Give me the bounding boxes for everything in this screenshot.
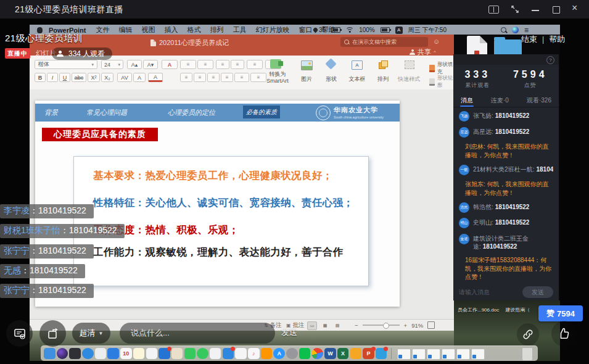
slide-sorter-view-button[interactable]: ▦ xyxy=(321,322,329,329)
numbering-button[interactable]: ≡ xyxy=(197,60,213,69)
menu-clock[interactable]: 周三 下午7:50 xyxy=(408,26,447,35)
textbox-button[interactable]: 文本框 xyxy=(344,75,370,83)
columns-button[interactable]: ≡ xyxy=(234,73,249,82)
dock-minimized-doc[interactable] xyxy=(456,349,470,360)
menu-item-tools[interactable]: 工具 xyxy=(233,25,247,35)
zoom-in-button[interactable]: + xyxy=(404,322,408,329)
font-color-button[interactable]: A xyxy=(148,73,163,82)
dock-icon-sketch[interactable] xyxy=(171,348,183,360)
dock-icon-facetime[interactable] xyxy=(197,348,208,360)
siri-icon[interactable] xyxy=(512,27,519,33)
shape-fill-button[interactable]: 形状填充 xyxy=(429,61,454,76)
arrange-button[interactable]: 排列 xyxy=(371,75,395,83)
spotlight-search-icon[interactable] xyxy=(501,27,506,33)
dock-icon-messages[interactable] xyxy=(184,348,196,360)
dock-icon-docs[interactable] xyxy=(159,348,170,360)
normal-view-button[interactable]: ▭ xyxy=(307,321,317,330)
dock-icon-chrome[interactable] xyxy=(311,348,323,360)
trash-icon[interactable] xyxy=(522,347,533,361)
dock-minimized-doc[interactable] xyxy=(442,349,455,360)
tab-mic-connect[interactable]: 连麦·0 xyxy=(491,94,509,107)
collapse-ribbon-icon[interactable]: ^ xyxy=(434,49,436,55)
avatar[interactable]: 金途 xyxy=(459,234,469,244)
ppt-search-box[interactable]: 在演示文稿中搜索 xyxy=(340,37,428,47)
underline-button[interactable]: U xyxy=(59,73,70,82)
quick-styles-button[interactable]: 快速样式 xyxy=(395,75,423,83)
input-method-badge[interactable]: A xyxy=(395,27,403,34)
dock-icon-launchpad[interactable] xyxy=(69,348,81,360)
like-button[interactable] xyxy=(551,321,577,347)
fit-to-window-icon[interactable] xyxy=(427,321,435,329)
window-titlebar[interactable]: 21级心理委员培训班群直播 × xyxy=(0,0,589,19)
avatar[interactable]: 明山 xyxy=(459,218,469,228)
bold-button[interactable]: B xyxy=(35,73,46,82)
close-button[interactable]: × xyxy=(572,2,577,14)
dock-icon-keynote[interactable] xyxy=(107,348,119,360)
dock-icon-reminders[interactable] xyxy=(146,348,158,360)
dock-icon-qq-chat[interactable] xyxy=(223,348,234,360)
dock-minimized-doc[interactable] xyxy=(427,349,440,360)
font-size-select[interactable]: 24▾ xyxy=(101,60,123,69)
clear-formatting-button[interactable]: A xyxy=(162,60,178,69)
dock-icon-music[interactable]: ♪ xyxy=(248,348,260,360)
tab-messages[interactable]: 消息 xyxy=(461,94,473,107)
menu-item-window[interactable]: 窗口 xyxy=(299,25,313,35)
menu-item-slideshow[interactable]: 幻灯片放映 xyxy=(256,25,290,35)
text-styles-button[interactable]: A xyxy=(133,73,146,82)
line-spacing-button[interactable]: ≡ xyxy=(247,60,263,69)
dock-icon-journal[interactable] xyxy=(350,348,362,360)
convert-smartart-button[interactable]: 转换为SmartArt xyxy=(262,71,294,85)
superscript-button[interactable]: X² xyxy=(88,73,100,82)
avatar[interactable]: 星远 xyxy=(459,127,469,138)
dock-icon-finder[interactable] xyxy=(44,348,56,360)
dock-icon-notes[interactable] xyxy=(133,348,145,360)
dock-icon-wechat[interactable] xyxy=(299,348,311,360)
zoom-out-button[interactable]: − xyxy=(355,322,358,329)
zoom-slider-knob[interactable] xyxy=(383,323,389,329)
shrink-font-button[interactable]: A▾ xyxy=(143,60,158,69)
minimize-button[interactable] xyxy=(532,10,539,11)
justify-button[interactable]: ≡ xyxy=(221,73,233,82)
location-indicator[interactable]: 35 xyxy=(313,27,326,33)
dock-icon-appstore[interactable]: A xyxy=(273,348,285,360)
align-right-button[interactable]: ≡ xyxy=(207,73,220,82)
dock-icon-word[interactable]: W xyxy=(324,348,336,360)
avatar[interactable]: 一航 xyxy=(459,165,469,175)
picture-button[interactable]: 图片 xyxy=(295,75,318,83)
wifi-icon[interactable] xyxy=(346,27,353,33)
dock-icon-safari[interactable] xyxy=(82,348,94,360)
panel-help-icon[interactable]: ? xyxy=(546,56,554,64)
dock-icon-siri[interactable] xyxy=(57,348,68,360)
chat-input[interactable]: 请输入消息 xyxy=(459,288,490,297)
strikethrough-button[interactable]: abc xyxy=(72,73,86,82)
align-left-button[interactable]: ≡ xyxy=(180,73,192,82)
menu-item-arrange[interactable]: 排列 xyxy=(210,25,224,35)
send-button[interactable]: 发送 xyxy=(281,327,297,338)
quality-selector[interactable]: 超清▼ xyxy=(72,323,110,344)
dock-icon-books[interactable] xyxy=(261,348,273,360)
dock-icon-telegram[interactable] xyxy=(376,348,387,360)
dock-minimized-doc[interactable] xyxy=(471,349,485,360)
dock-icon-excel[interactable]: X xyxy=(337,348,349,360)
dock-icon-pages[interactable] xyxy=(210,348,221,360)
dock-minimized-doc[interactable] xyxy=(397,349,411,360)
dock-icon-calendar[interactable]: 10 xyxy=(120,348,132,360)
shapes-button[interactable]: 形状 xyxy=(319,75,343,83)
dock-minimized-doc[interactable] xyxy=(412,349,426,360)
message-settings-button[interactable] xyxy=(6,320,33,347)
dock-icon-numbers[interactable] xyxy=(235,348,247,360)
battery-small-icon[interactable] xyxy=(331,27,340,33)
grow-font-button[interactable]: A▴ xyxy=(127,60,142,69)
italic-button[interactable]: I xyxy=(47,73,58,82)
chat-send-button[interactable]: 发送 xyxy=(522,286,553,298)
share-link-button[interactable] xyxy=(517,323,539,345)
apple-logo-icon[interactable] xyxy=(37,27,43,33)
desktop-file-label[interactable]: 建设指南（ xyxy=(505,307,530,313)
feedback-smiley-icon[interactable]: ☺ xyxy=(433,38,440,45)
notification-center-icon[interactable]: ≡ xyxy=(524,26,529,35)
dock-icon-preview[interactable] xyxy=(95,348,107,360)
slide-nav-background[interactable]: 背景 xyxy=(44,108,58,117)
say-something-input[interactable]: 说点什么... xyxy=(120,323,275,344)
slide-nav-qualities-active[interactable]: 必备的素质 xyxy=(243,105,280,118)
panel-toggle-icon[interactable] xyxy=(488,6,499,14)
